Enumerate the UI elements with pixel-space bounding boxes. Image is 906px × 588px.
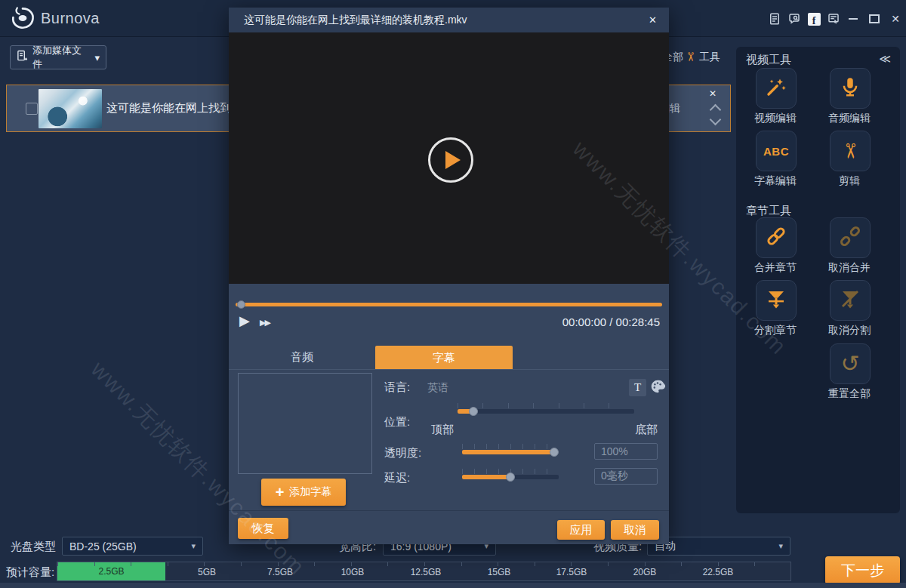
reset-icon: ↺ [840,352,859,375]
add-subtitle-label: 添加字幕 [289,485,331,499]
play-icon [445,151,461,169]
unmerge-chapter-button[interactable] [830,217,871,258]
font-T-icon: T [634,381,641,394]
delay-slider-thumb[interactable] [506,473,515,482]
chapter-tools-title: 章节工具 [746,204,791,218]
microphone-icon [839,75,861,101]
video-tools-title: 视频工具 [746,53,791,67]
apply-button[interactable]: 应用 [557,520,605,540]
add-subtitle-button[interactable]: + 添加字幕 [261,479,346,506]
register-icon[interactable] [767,11,782,26]
delay-input[interactable] [594,468,658,485]
split-chapter-button[interactable] [756,280,797,321]
maximize-button[interactable] [867,11,882,26]
palette-icon [649,378,666,398]
unsplit-chapter-button[interactable] [830,280,871,321]
feedback-icon[interactable] [787,11,802,26]
clip-button[interactable]: ✂ [830,131,871,171]
fast-forward-button[interactable]: ▶▶ [260,318,270,328]
disc-type-label: 光盘类型 [11,540,56,554]
opacity-slider-thumb[interactable] [550,448,559,457]
restore-button[interactable]: 恢复 [238,518,288,539]
delay-slider[interactable] [462,475,559,479]
chevron-down-icon: ▾ [191,541,196,551]
capacity-tick-label: 22.5GB [703,567,734,577]
close-button[interactable]: ✕ [888,11,903,26]
toolbar-tools-label[interactable]: 工具 [699,51,720,64]
burnova-window: Burnova f ✕ [0,0,906,588]
language-value: 英语 [427,381,448,395]
unsplit-funnel-icon [839,288,861,313]
capacity-tick-label: 20GB [633,567,657,577]
tab-audio[interactable]: 音频 [234,346,370,369]
capacity-tick-label: 17.5GB [556,567,587,577]
minimize-button[interactable] [846,11,861,26]
add-media-icon [17,50,28,65]
opacity-label: 透明度: [384,446,421,460]
scissors-icon: ✂ [838,143,862,160]
split-chapter-label: 分割章节 [741,324,809,337]
position-min-label: 顶部 [431,423,454,437]
reset-all-label: 重置全部 [815,387,883,401]
video-edit-label: 视频编辑 [741,112,809,125]
abc-icon: ABC [763,145,789,158]
time-display: 00:00:00 / 00:28:45 [562,316,660,328]
next-step-button[interactable]: 下一步 [825,556,900,584]
subtitle-list-box[interactable] [238,373,372,474]
delay-label: 延迟: [384,471,410,485]
unsplit-chapter-label: 取消分割 [815,324,883,337]
burnova-logo-icon [9,5,36,35]
tab-divider [229,369,669,370]
chevron-down-icon: ▾ [94,52,100,63]
capacity-tick-label: 10GB [341,567,365,577]
tab-subtitle[interactable]: 字幕 [375,346,513,370]
footer-strip [0,583,906,588]
media-remove-icon[interactable]: ✕ [709,88,716,99]
capacity-label: 预计容量: [6,565,54,580]
merge-chapter-button[interactable] [756,217,797,258]
language-label: 语言: [384,380,410,395]
seek-bar[interactable] [236,303,662,306]
position-slider-thumb[interactable] [469,407,478,416]
font-button[interactable]: T [629,379,646,396]
dialog-title: 这可能是你能在网上找到最详细的装机教程.mkv [244,14,467,27]
add-media-label: 添加媒体文件 [32,44,90,71]
capacity-bar: 2.5GB 5GB 7.5GB 10GB 12.5GB 15GB 17.5GB … [57,562,791,581]
reset-all-button[interactable]: ↺ [830,343,871,384]
unmerge-chapter-label: 取消合并 [815,261,883,275]
broken-link-icon [838,224,862,251]
video-edit-button[interactable] [756,68,797,109]
subtitle-edit-label: 字幕编辑 [741,174,809,188]
position-max-label: 底部 [635,423,658,437]
position-label: 位置: [384,415,410,429]
chevron-down-icon: ▾ [778,541,783,551]
magic-wand-icon [765,75,787,101]
play-button[interactable]: ▶ [239,312,250,329]
plus-icon: + [276,485,285,499]
tools-panel: 视频工具 ≪ 视频编辑 音频编辑 [736,47,900,513]
survey-icon[interactable] [826,11,841,26]
subtitle-edit-button[interactable]: ABC [756,131,797,171]
app-title: Burnova [41,10,100,27]
move-down-icon[interactable] [710,114,722,126]
audio-edit-button[interactable] [830,68,871,109]
facebook-icon[interactable]: f [806,11,821,26]
opacity-input[interactable] [594,443,658,460]
clip-label: 剪辑 [815,174,883,188]
media-checkbox[interactable] [26,103,38,115]
big-play-button[interactable] [428,137,473,183]
capacity-tick-label: 12.5GB [411,567,442,577]
color-palette-button[interactable] [649,379,666,396]
cancel-button[interactable]: 取消 [611,520,659,540]
disc-type-select[interactable]: BD-25 (25GB) ▾ [62,537,203,556]
preview-edit-dialog: 这可能是你能在网上找到最详细的装机教程.mkv ✕ ▶ ▶▶ 00:00:00 … [229,8,669,544]
collapse-panel-icon[interactable]: ≪ [879,52,891,66]
position-slider[interactable] [458,409,634,414]
media-thumbnail [39,89,102,128]
tools-scissors-icon: ✂ [683,52,698,62]
capacity-ticks [57,562,790,566]
add-media-button[interactable]: 添加媒体文件 ▾ [10,45,106,69]
dialog-close-icon[interactable]: ✕ [649,14,657,26]
seek-thumb[interactable] [237,300,245,309]
opacity-slider[interactable] [462,450,559,454]
